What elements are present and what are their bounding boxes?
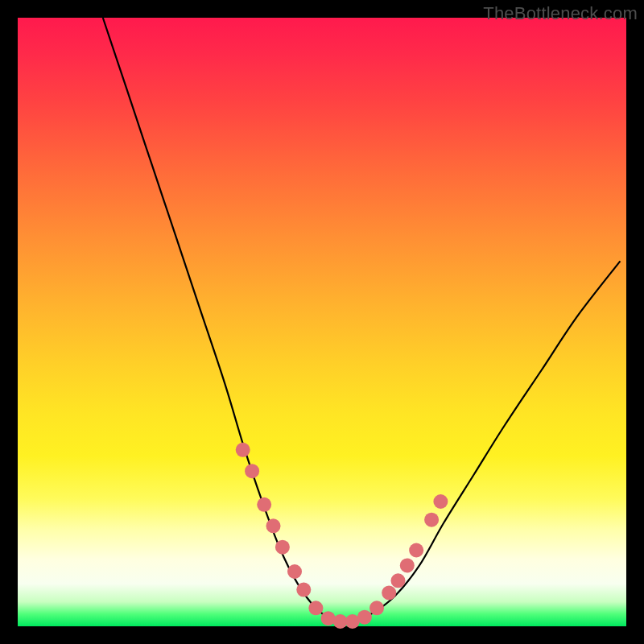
sample-point [236, 443, 250, 457]
chart-svg [18, 18, 626, 626]
sample-point [409, 543, 423, 558]
sample-point [382, 585, 396, 600]
sample-point [308, 601, 323, 615]
sample-point [296, 583, 311, 597]
sample-point [287, 564, 302, 579]
sample-point [266, 518, 281, 533]
bottleneck-curve [103, 18, 621, 621]
sample-point [245, 464, 259, 478]
plot-area [18, 18, 626, 626]
sample-point [321, 611, 336, 625]
sample-point [424, 513, 439, 527]
sample-point [433, 494, 448, 509]
watermark-text: TheBottleneck.com [483, 3, 638, 24]
sample-point [257, 497, 271, 512]
sample-points-group [236, 443, 448, 629]
sample-point [391, 573, 406, 588]
sample-point [400, 558, 415, 572]
chart-container: TheBottleneck.com [0, 0, 644, 644]
sample-point [275, 540, 290, 555]
sample-point [357, 610, 372, 625]
sample-point [369, 601, 384, 615]
